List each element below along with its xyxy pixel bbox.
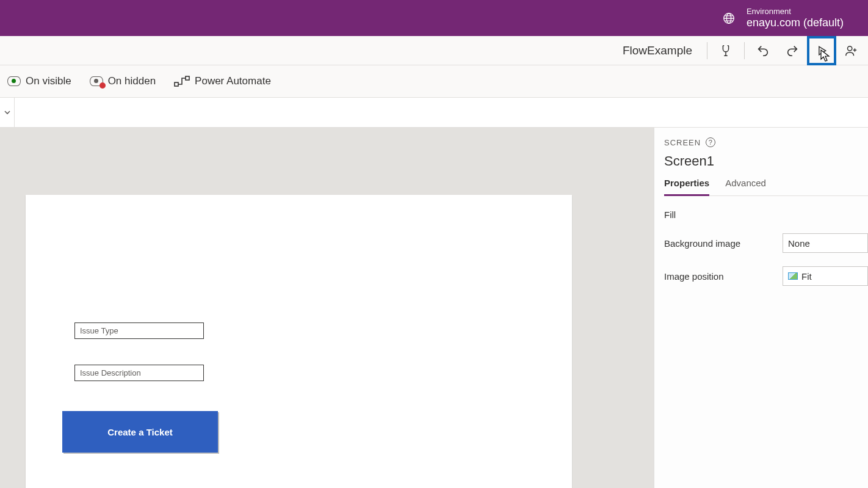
- eye-visible-icon: [7, 76, 21, 86]
- formula-bar: [0, 98, 868, 128]
- share-button[interactable]: [836, 36, 866, 65]
- tab-advanced[interactable]: Advanced: [725, 178, 766, 195]
- screen-name: Screen1: [664, 153, 868, 169]
- workspace: Issue Type Issue Description Create a Ti…: [0, 128, 868, 488]
- undo-button[interactable]: [748, 36, 778, 65]
- svg-rect-3: [175, 82, 178, 86]
- app-title: FlowExample: [612, 44, 703, 57]
- canvas-area[interactable]: Issue Type Issue Description Create a Ti…: [0, 128, 654, 488]
- formula-dropdown[interactable]: [0, 98, 15, 127]
- formula-input[interactable]: [15, 98, 868, 127]
- prop-imgpos-text: Fit: [801, 271, 812, 282]
- onhidden-button[interactable]: On hidden: [87, 71, 158, 91]
- prop-imgpos-value[interactable]: Fit: [783, 266, 868, 286]
- powerautomate-icon: [174, 75, 190, 87]
- image-icon: [788, 272, 798, 280]
- environment-picker[interactable]: Environment enayu.com (default): [747, 7, 844, 29]
- app-toolbar: FlowExample: [0, 36, 868, 65]
- powerautomate-button[interactable]: Power Automate: [172, 71, 273, 91]
- prop-imgpos-label: Image position: [664, 271, 783, 282]
- separator: [744, 42, 745, 59]
- svg-point-2: [848, 46, 852, 50]
- environment-name: enayu.com (default): [747, 16, 844, 30]
- globe-icon: [722, 12, 736, 25]
- prop-bgimage-value[interactable]: None: [783, 233, 868, 253]
- app-header: Environment enayu.com (default): [0, 0, 868, 36]
- issue-type-input[interactable]: Issue Type: [74, 322, 204, 339]
- prop-bgimage-text: None: [788, 238, 810, 249]
- create-ticket-label: Create a Ticket: [107, 427, 172, 437]
- screen-canvas[interactable]: Issue Type Issue Description Create a Ti…: [26, 195, 572, 488]
- prop-fill-label: Fill: [664, 209, 783, 220]
- tab-properties[interactable]: Properties: [664, 178, 709, 196]
- preview-play-button[interactable]: [807, 36, 836, 65]
- prop-bgimage: Background image None: [664, 233, 868, 253]
- create-ticket-button[interactable]: Create a Ticket: [62, 411, 218, 453]
- issue-description-input[interactable]: Issue Description: [74, 365, 204, 381]
- eye-hidden-icon: [90, 76, 103, 86]
- issue-description-placeholder: Issue Description: [80, 368, 141, 377]
- separator: [707, 42, 707, 59]
- powerautomate-label: Power Automate: [195, 75, 271, 87]
- prop-fill: Fill: [664, 209, 868, 220]
- onvisible-button[interactable]: On visible: [5, 71, 74, 91]
- redo-button[interactable]: [778, 36, 807, 65]
- section-label: SCREEN: [664, 138, 701, 147]
- onhidden-label: On hidden: [108, 75, 156, 87]
- issue-type-placeholder: Issue Type: [80, 326, 118, 335]
- help-icon[interactable]: ?: [706, 137, 715, 147]
- svg-rect-4: [186, 76, 189, 80]
- pane-tabs: Properties Advanced: [664, 178, 868, 196]
- app-checker-button[interactable]: [711, 36, 740, 65]
- properties-pane: SCREEN ? Screen1 Properties Advanced Fil…: [654, 128, 868, 488]
- environment-label: Environment: [747, 7, 844, 16]
- prop-imgpos: Image position Fit: [664, 266, 868, 286]
- onvisible-label: On visible: [26, 75, 71, 87]
- action-ribbon: On visible On hidden Power Automate: [0, 65, 868, 98]
- prop-bgimage-label: Background image: [664, 238, 783, 249]
